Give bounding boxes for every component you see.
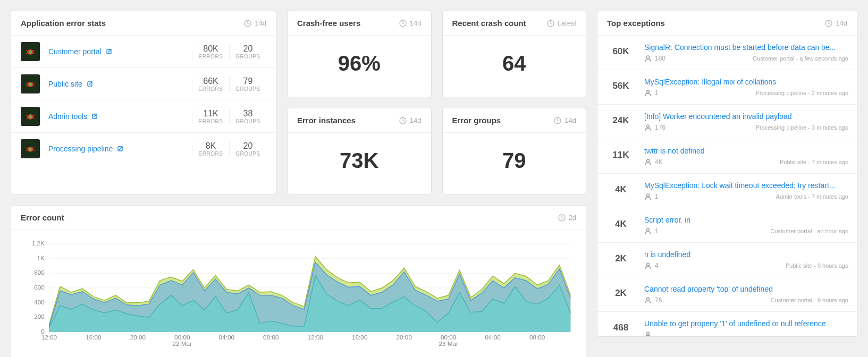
- exception-users: 4: [644, 262, 659, 269]
- svg-text:16:00: 16:00: [86, 334, 101, 341]
- app-errors-label: ERRORS: [195, 54, 227, 60]
- app-errors-label: ERRORS: [195, 151, 227, 157]
- metric-value: 79: [443, 133, 586, 194]
- app-groups-label: GROUPS: [232, 118, 264, 124]
- exception-row: 24K [Info] Worker encountered an invalid…: [597, 105, 857, 139]
- app-row: Public site 66KERRORS 79GROUPS: [11, 68, 276, 100]
- clock-icon: [554, 117, 561, 124]
- exception-link[interactable]: MySqlException: Lock wait timeout exceed…: [644, 181, 848, 190]
- exceptions-list[interactable]: 60K SignalR: Connection must be started …: [597, 36, 857, 336]
- app-link[interactable]: Processing pipeline: [48, 144, 192, 153]
- svg-text:04:00: 04:00: [219, 334, 234, 341]
- app-link[interactable]: Customer portal: [48, 47, 192, 56]
- user-icon: [644, 55, 652, 62]
- exception-link[interactable]: MySqlException: Illegal mix of collation…: [644, 78, 848, 86]
- exception-link[interactable]: twttr is not defined: [644, 147, 848, 155]
- app-groups-value: 20: [232, 44, 264, 54]
- exception-count: 4K: [606, 216, 636, 235]
- top-exceptions-card: Top exceptions 14d 60K SignalR: Connecti…: [597, 11, 857, 337]
- app-icon: [21, 139, 40, 158]
- card-title: Application error stats: [21, 19, 106, 28]
- app-groups-value: 79: [232, 76, 264, 86]
- card-period: Latest: [547, 19, 576, 27]
- exception-count: 4K: [606, 181, 636, 200]
- error-groups-card: Error groups 14d 79: [442, 108, 587, 194]
- app-groups-value: 38: [232, 109, 264, 118]
- exception-row: 4K Script error. in 1 Customer portal - …: [597, 208, 857, 243]
- svg-text:1K: 1K: [37, 255, 45, 261]
- svg-text:0: 0: [41, 328, 45, 335]
- app-row: Customer portal 80KERRORS 20GROUPS: [11, 36, 276, 68]
- card-title: Top exceptions: [607, 19, 665, 28]
- exception-count: 56K: [606, 78, 636, 97]
- exception-source: Processing pipeline - 3 minutes ago: [756, 124, 848, 131]
- error-count-chart[interactable]: 02004006008001K1.2K12:0016:0020:0000:002…: [21, 240, 576, 351]
- app-row: Admin tools 11KERRORS 38GROUPS: [11, 100, 276, 133]
- card-period: 14d: [244, 19, 266, 27]
- exception-count: 60K: [606, 43, 636, 62]
- exception-row: 2K n is undefined 4 Public site - 9 hour…: [597, 243, 857, 277]
- exception-source: Public site - 9 hours ago: [786, 262, 848, 269]
- app-list: Customer portal 80KERRORS 20GROUPS Publi…: [11, 36, 276, 165]
- exception-row: 56K MySqlException: Illegal mix of colla…: [597, 70, 857, 105]
- clock-icon: [399, 117, 407, 124]
- app-errors-value: 8K: [195, 141, 227, 151]
- clock-icon: [399, 20, 407, 27]
- app-groups-label: GROUPS: [232, 54, 264, 60]
- card-period: 14d: [825, 19, 847, 27]
- card-period: 2d: [558, 214, 576, 222]
- exception-row: 468 Unable to get property '1' of undefi…: [597, 312, 857, 336]
- exception-count: 2K: [606, 285, 636, 304]
- app-row: Processing pipeline 8KERRORS 20GROUPS: [11, 133, 276, 165]
- exception-link[interactable]: n is undefined: [644, 250, 848, 259]
- app-link[interactable]: Admin tools: [48, 112, 192, 121]
- exception-link[interactable]: Script error. in: [644, 216, 848, 224]
- user-icon: [644, 193, 652, 200]
- metric-value: 73K: [288, 133, 431, 194]
- card-title: Recent crash count: [452, 19, 526, 28]
- external-link-icon: [91, 113, 98, 120]
- exception-users: 176: [644, 124, 665, 131]
- svg-text:08:00: 08:00: [529, 334, 545, 341]
- svg-text:23 Mar: 23 Mar: [439, 341, 458, 347]
- exception-row: 4K MySqlException: Lock wait timeout exc…: [597, 174, 857, 208]
- svg-text:12:00: 12:00: [41, 334, 57, 341]
- exception-link[interactable]: SignalR: Connection must be started befo…: [644, 43, 848, 52]
- clock-icon: [244, 20, 251, 27]
- exception-source: Customer portal - an hour ago: [770, 228, 848, 234]
- app-errors-label: ERRORS: [195, 86, 227, 92]
- exception-count: 468: [606, 319, 636, 336]
- app-errors-value: 80K: [195, 44, 227, 54]
- exception-source: Processing pipeline - 2 minutes ago: [756, 90, 848, 96]
- app-error-stats-card: Application error stats 14d Customer por…: [11, 11, 276, 194]
- app-errors-value: 11K: [195, 109, 227, 118]
- exception-users: 4K: [644, 158, 663, 166]
- app-groups-label: GROUPS: [232, 86, 264, 92]
- exception-users: 1: [644, 227, 659, 235]
- user-icon: [644, 331, 652, 336]
- exception-link[interactable]: Cannot read property 'top' of undefined: [644, 285, 848, 293]
- exception-link[interactable]: Unable to get property '1' of undefined …: [644, 319, 848, 328]
- exception-count: 2K: [606, 250, 636, 269]
- card-period: 14d: [554, 116, 576, 124]
- external-link-icon: [87, 81, 93, 87]
- card-title: Error groups: [452, 116, 501, 125]
- exception-source: Customer portal - 9 hours ago: [771, 297, 848, 303]
- app-icon: [21, 74, 40, 94]
- exception-count: 11K: [606, 147, 636, 166]
- svg-text:400: 400: [34, 299, 45, 305]
- svg-text:20:00: 20:00: [130, 334, 146, 341]
- user-icon: [644, 227, 652, 235]
- exception-users: [644, 331, 655, 336]
- app-link[interactable]: Public site: [48, 80, 192, 88]
- exception-users: 76: [644, 296, 662, 304]
- svg-text:1.2K: 1.2K: [32, 240, 45, 246]
- clock-icon: [558, 214, 566, 222]
- metric-value: 96%: [288, 36, 431, 97]
- metric-value: 64: [443, 36, 586, 97]
- crash-free-users-card: Crash-free users 14d 96%: [287, 11, 432, 97]
- user-icon: [644, 262, 652, 269]
- exception-link[interactable]: [Info] Worker encountered an invalid pay…: [644, 112, 848, 121]
- app-groups-value: 20: [232, 141, 264, 151]
- app-errors-label: ERRORS: [195, 118, 227, 124]
